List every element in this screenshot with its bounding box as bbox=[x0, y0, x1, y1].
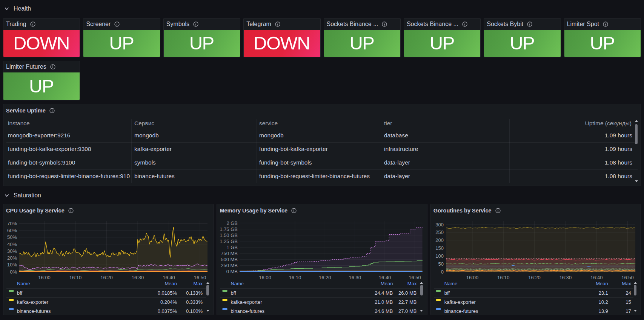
svg-text:16:30: 16:30 bbox=[132, 275, 144, 280]
svg-text:0%: 0% bbox=[10, 269, 17, 275]
svg-text:50%: 50% bbox=[7, 235, 17, 240]
svg-text:16:40: 16:40 bbox=[379, 275, 391, 280]
svg-text:500 MB: 500 MB bbox=[221, 257, 238, 262]
svg-text:16:30: 16:30 bbox=[349, 275, 361, 280]
svg-text:16:10: 16:10 bbox=[497, 275, 510, 280]
svg-text:200: 200 bbox=[435, 238, 444, 243]
svg-text:150: 150 bbox=[435, 245, 444, 251]
svg-text:16:20: 16:20 bbox=[100, 275, 113, 280]
svg-text:16:40: 16:40 bbox=[590, 275, 603, 280]
svg-text:16:00: 16:00 bbox=[38, 275, 51, 280]
svg-text:300: 300 bbox=[435, 222, 444, 228]
svg-text:16:00: 16:00 bbox=[259, 275, 272, 280]
svg-text:70%: 70% bbox=[7, 221, 17, 226]
svg-text:10%: 10% bbox=[7, 262, 17, 268]
svg-text:1.50 GB: 1.50 GB bbox=[220, 232, 238, 238]
svg-text:1.75 GB: 1.75 GB bbox=[220, 226, 238, 232]
svg-text:250 MB: 250 MB bbox=[221, 263, 238, 268]
svg-text:0 MB: 0 MB bbox=[226, 269, 238, 274]
svg-text:16:10: 16:10 bbox=[69, 275, 82, 280]
svg-text:40%: 40% bbox=[7, 242, 17, 247]
svg-text:20%: 20% bbox=[7, 255, 17, 261]
svg-text:16:00: 16:00 bbox=[466, 275, 478, 280]
svg-text:250: 250 bbox=[435, 230, 444, 235]
svg-text:2 GB: 2 GB bbox=[227, 220, 238, 226]
svg-text:30%: 30% bbox=[7, 248, 17, 254]
svg-text:16:10: 16:10 bbox=[289, 275, 301, 280]
svg-text:16:50: 16:50 bbox=[194, 275, 206, 280]
svg-text:50: 50 bbox=[438, 261, 443, 267]
svg-text:1.25 GB: 1.25 GB bbox=[220, 238, 238, 244]
svg-text:16:30: 16:30 bbox=[559, 275, 572, 280]
svg-text:16:50: 16:50 bbox=[621, 275, 634, 280]
svg-text:16:20: 16:20 bbox=[528, 275, 541, 280]
svg-text:16:40: 16:40 bbox=[163, 275, 175, 280]
svg-text:60%: 60% bbox=[7, 228, 17, 234]
svg-text:16:50: 16:50 bbox=[409, 275, 421, 280]
svg-text:100: 100 bbox=[435, 253, 444, 259]
svg-text:1 GB: 1 GB bbox=[227, 245, 238, 250]
svg-text:750 MB: 750 MB bbox=[221, 251, 238, 256]
svg-text:16:20: 16:20 bbox=[319, 275, 331, 280]
svg-text:0: 0 bbox=[441, 269, 444, 275]
